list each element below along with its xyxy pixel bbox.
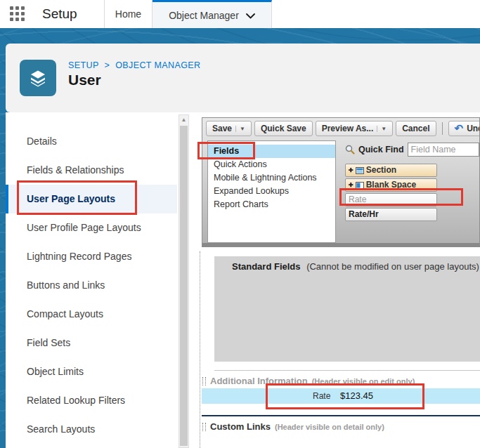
palette-item-rate-hr-label: Rate/Hr [349,209,379,220]
tab-object-manager-label: Object Manager [169,10,239,21]
sidebar-item-object-limits[interactable]: Object Limits [6,357,177,386]
drag-handle-icon[interactable] [202,423,206,431]
undo-button[interactable]: ↶ Undo [448,121,480,136]
palette-category-fields[interactable]: Fields [208,145,335,158]
rate-field-row[interactable]: Rate $123.45 [202,388,480,404]
custom-links-note: (Header visible on detail only) [275,423,384,431]
sidebar-item-fields-relationships[interactable]: Fields & Relationships [6,156,177,185]
sidebar-item-search-layouts[interactable]: Search Layouts [6,415,177,444]
object-header-card: SETUP > OBJECT MANAGER User [6,44,480,112]
sidebar-item-user-profile-page-layouts[interactable]: User Profile Page Layouts [6,213,177,242]
palette-item-section[interactable]: ✚ Section [345,164,437,177]
app-launcher-icon[interactable] [10,6,32,23]
global-topbar: Setup Home Object Manager [0,0,480,28]
save-button-label: Save [212,124,232,133]
additional-information-header[interactable]: Additional Information (Header visible o… [202,376,415,386]
palette-category-quick-actions[interactable]: Quick Actions [208,158,335,171]
rate-field-value: $123.45 [340,390,373,401]
quick-find-row: Quick Find [345,143,479,157]
setup-screen: Setup Home Object Manager SETUP > OBJECT… [0,0,480,448]
custom-links-header[interactable]: Custom Links (Header visible on detail o… [202,421,384,432]
breadcrumb-setup[interactable]: SETUP [68,60,99,70]
search-icon [345,145,355,154]
preview-as-caret-icon[interactable]: ▼ [377,126,387,132]
preview-as-button[interactable]: Preview As... ▼ [316,121,394,136]
additional-information-note: (Header visible on edit only) [312,377,415,386]
sidebar-item-compact-layouts[interactable]: Compact Layouts [6,300,177,329]
palette-item-rate-hr[interactable]: Rate/Hr [345,208,437,221]
palette-item-rate[interactable]: Rate [345,193,437,206]
palette-item-rate-label: Rate [349,194,366,206]
palette-item-blank-space[interactable]: ✚ Blank Space [345,178,437,192]
breadcrumb-separator: > [105,60,110,70]
add-icon: ✚ [349,164,353,176]
add-icon: ✚ [349,179,353,191]
palette-category-expanded-lookups[interactable]: Expanded Lookups [208,185,335,198]
tab-home[interactable]: Home [104,0,153,28]
scrollbar-thumb[interactable] [180,126,188,446]
section-divider-line [202,415,480,416]
additional-information-title: Additional Information [210,376,308,386]
sidebar-item-user-page-layouts[interactable]: User Page Layouts [6,185,177,213]
preview-as-label: Preview As... [322,124,374,133]
palette-category-list: Fields Quick Actions Mobile & Lightning … [207,140,336,243]
palette-category-report-charts[interactable]: Report Charts [208,198,335,211]
sidebar-item-field-sets[interactable]: Field Sets [6,329,177,357]
standard-fields-title: Standard Fields [232,261,301,272]
standard-fields-section: Standard Fields (Cannot be modified on u… [214,256,480,362]
rate-field-label: Rate [313,391,330,401]
save-button[interactable]: Save ▼ [206,121,252,136]
cancel-label: Cancel [402,124,429,133]
breadcrumb[interactable]: SETUP > OBJECT MANAGER [68,60,204,70]
object-sidebar: Details Fields & Relationships User Page… [6,112,177,448]
palette-body: Fields Quick Actions Mobile & Lightning … [202,139,479,243]
page-title: User [68,72,101,88]
chevron-down-icon [246,13,255,19]
palette-item-section-label: Section [366,164,396,176]
sidebar-item-buttons-and-links[interactable]: Buttons and Links [6,271,177,300]
toolbar-separator [442,122,443,135]
layout-editor-palette: Save ▼ Quick Save Preview As... ▼ Cancel… [202,117,480,247]
layers-icon [27,67,48,88]
object-manager-icon [20,60,56,96]
quick-save-button[interactable]: Quick Save [254,121,313,136]
sidebar-item-related-lookup-filters[interactable]: Related Lookup Filters [6,386,177,415]
undo-icon: ↶ [455,124,464,133]
sidebar-item-lightning-record-pages[interactable]: Lightning Record Pages [6,242,177,271]
standard-fields-note: (Cannot be modified on user page layouts… [306,261,479,272]
additional-info-top-border [214,370,480,371]
layout-editor-main: ▲ Save ▼ Quick Save Preview As... ▼ Canc… [177,112,480,448]
palette-category-mobile-lightning-actions[interactable]: Mobile & Lightning Actions [208,171,335,185]
vertical-scrollbar[interactable]: ▲ [179,114,189,448]
scrollbar-up-arrow-icon[interactable]: ▲ [179,115,188,125]
quick-find-label: Quick Find [358,145,404,154]
tab-object-manager[interactable]: Object Manager [153,0,272,28]
save-dropdown-caret-icon[interactable]: ▼ [235,126,245,132]
drag-handle-icon[interactable] [202,377,206,386]
section-icon [356,167,364,174]
app-title: Setup [42,0,77,28]
canvas-left-dotted-border [200,251,200,448]
tab-home-label: Home [115,8,141,20]
cancel-button[interactable]: Cancel [396,121,436,136]
blank-space-icon [356,182,364,189]
editor-toolbar: Save ▼ Quick Save Preview As... ▼ Cancel… [202,118,479,139]
quick-find-input[interactable] [408,143,479,157]
palette-items-column: Quick Find ✚ Section ✚ [345,140,479,243]
undo-label: Undo [467,124,480,133]
custom-links-title: Custom Links [210,421,271,432]
quick-save-label: Quick Save [261,124,306,133]
sidebar-item-details[interactable]: Details [6,127,177,156]
breadcrumb-object-manager[interactable]: OBJECT MANAGER [115,60,200,70]
palette-item-blank-space-label: Blank Space [366,179,416,191]
